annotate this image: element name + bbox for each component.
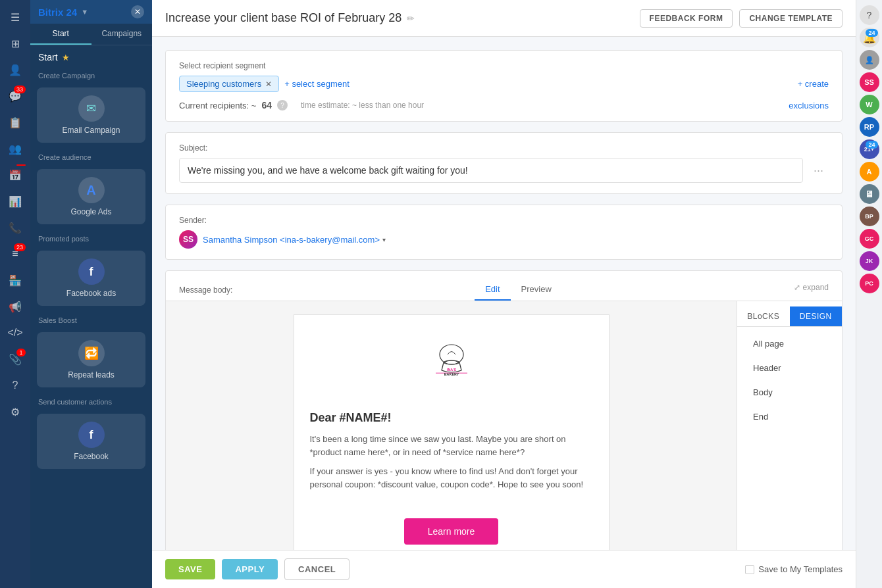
design-end[interactable]: End (742, 405, 837, 428)
page-title: Increase your client base ROI of Februar… (165, 11, 402, 25)
contacts-icon[interactable]: 👤 (3, 58, 27, 82)
marketing-icon[interactable]: 📢 (3, 295, 27, 318)
user-profile-avatar[interactable]: 👤 (860, 50, 879, 70)
email-campaign-card[interactable]: ✉ Email Campaign (37, 87, 145, 143)
avatar-gc[interactable]: GC (860, 229, 879, 249)
sender-row: SS Samantha Simpson <ina-s-bakery@mail.c… (179, 230, 829, 249)
design-header[interactable]: Header (742, 356, 837, 380)
expand-label: expand (803, 283, 829, 292)
settings-icon[interactable]: ⚙ (3, 400, 27, 424)
blocks-tab[interactable]: BLoCKS (737, 306, 790, 326)
email-body: Dear #NAME#! It's been a long time since… (294, 401, 609, 508)
expand-icon: ⤢ (794, 283, 800, 292)
email-logo: INA'S BAKERY (294, 315, 609, 401)
facebook-action-card[interactable]: f Facebook (37, 414, 145, 469)
menu-icon[interactable]: ☰ (3, 5, 27, 29)
subject-more-icon[interactable]: ··· (808, 161, 829, 180)
tab-preview[interactable]: Preview (511, 279, 562, 301)
avatar-ss[interactable]: SS (860, 72, 879, 92)
create-audience-section: Create audience (30, 147, 152, 165)
right-edge-panel: ? 🔔24 👤 SS W RP 21+24 A 🖥 BP GC JK PC (856, 0, 882, 588)
recipients-info-icon[interactable]: ? (277, 100, 288, 110)
message-header: Message body: Edit Preview ⤢ expand (166, 271, 842, 301)
email-para-2: If your answer is yes - you know where t… (310, 465, 593, 491)
facebook-action-icon: f (78, 422, 105, 448)
create-segment-link[interactable]: + create (798, 79, 829, 89)
calendar-icon[interactable]: 📅 (3, 163, 27, 187)
reports-icon[interactable]: 📊 (3, 189, 27, 213)
help-icon[interactable]: ? (3, 374, 27, 397)
apply-button[interactable]: APPLY (222, 559, 278, 579)
design-body[interactable]: Body (742, 381, 837, 404)
form-area: Select recipient segment Sleeping custom… (152, 37, 856, 550)
design-tab[interactable]: DESIGN (790, 306, 843, 326)
start-section-title: Start (38, 52, 58, 62)
tab-start[interactable]: Start (30, 24, 91, 45)
recipients-count: 64 (261, 100, 272, 110)
code-icon[interactable]: </> (3, 321, 27, 345)
exclusions-link[interactable]: exclusions (789, 101, 829, 110)
chat-badge: 33 (14, 86, 26, 93)
dashboard-icon[interactable]: ⊞ (3, 32, 27, 55)
files-icon[interactable]: 📎1 (3, 347, 27, 371)
design-panel-tabs: BLoCKS DESIGN (737, 306, 842, 327)
message-body-label: Message body: (179, 285, 232, 295)
cancel-button[interactable]: CANCEL (284, 558, 350, 580)
edit-title-icon[interactable]: ✏ (407, 13, 415, 24)
create-campaign-section: Create Campaign (30, 65, 152, 84)
sender-dropdown[interactable]: Samantha Simpson <ina-s-bakery@mail.com>… (203, 235, 386, 245)
facebook-ads-label: Facebook ads (66, 289, 116, 298)
svg-text:BAKERY: BAKERY (444, 372, 459, 376)
segment-label: Select recipient segment (179, 61, 829, 70)
sender-avatar: SS (179, 230, 197, 249)
list-badge: 23 (14, 243, 26, 251)
segment-remove-icon[interactable]: ✕ (265, 80, 272, 89)
add-segment-button[interactable]: + select segment (284, 79, 350, 89)
message-body-content: INA'S BAKERY Dear #NAME#! It's been a lo… (166, 301, 842, 550)
sidebar-close-button[interactable]: ✕ (131, 5, 144, 18)
help-edge-icon[interactable]: ? (860, 5, 879, 25)
change-template-button[interactable]: CHANGE TEMPLATE (739, 9, 843, 28)
sleeping-customers-tag[interactable]: Sleeping customers ✕ (179, 76, 279, 92)
notification-avatar[interactable]: 🔔24 (860, 28, 879, 47)
design-all-page[interactable]: All page (742, 332, 837, 355)
sender-name: Samantha Simpson <ina-s-bakery@mail.com> (203, 235, 380, 245)
email-preview: INA'S BAKERY Dear #NAME#! It's been a lo… (166, 301, 737, 550)
avatar-bp[interactable]: BP (860, 207, 879, 226)
email-cta-button[interactable]: Learn more (404, 518, 499, 545)
segment-row: Sleeping customers ✕ + select segment + … (179, 76, 829, 92)
expand-button[interactable]: ⤢ expand (794, 283, 829, 297)
tab-campaigns[interactable]: Campaigns (91, 24, 153, 45)
chat-icon[interactable]: 💬33 (3, 84, 27, 108)
segment-section: Select recipient segment Sleeping custom… (165, 50, 843, 122)
save-template-checkbox[interactable] (745, 565, 754, 574)
promoted-posts-section: Promoted posts (30, 228, 152, 247)
files-badge: 1 (16, 349, 26, 356)
avatar-rp[interactable]: RP (860, 117, 879, 137)
avatar-screen[interactable]: 🖥 (860, 184, 879, 204)
phone-icon[interactable]: 📞 (3, 216, 27, 239)
page-title-row: Increase your client base ROI of Februar… (165, 11, 415, 25)
avatar-w[interactable]: W (860, 95, 879, 114)
email-para-1: It's been a long time since we saw you l… (310, 433, 593, 458)
segment-tag-label: Sleeping customers (186, 79, 261, 89)
subject-input[interactable] (179, 158, 803, 183)
email-greeting: Dear #NAME#! (310, 411, 593, 425)
feedback-form-button[interactable]: FEEDBACK FORM (640, 9, 733, 28)
tasks-icon[interactable]: 📋 (3, 110, 27, 134)
avatar-a[interactable]: A (860, 162, 879, 182)
avatar-pc[interactable]: PC (860, 274, 879, 293)
repeat-leads-card[interactable]: 🔁 Repeat leads (37, 332, 145, 387)
google-ads-card[interactable]: A Google Ads (37, 169, 145, 224)
store-icon[interactable]: 🏪 (3, 268, 27, 292)
list-icon[interactable]: ≡23 (3, 242, 27, 266)
avatar-jk[interactable]: JK (860, 251, 879, 271)
crm-icon[interactable]: 👥 (3, 137, 27, 160)
main-header: Increase your client base ROI of Februar… (152, 0, 856, 37)
facebook-ads-card[interactable]: f Facebook ads (37, 251, 145, 306)
tab-edit[interactable]: Edit (475, 279, 510, 301)
avatar-group[interactable]: 21+24 (860, 139, 879, 159)
save-button[interactable]: SAVE (165, 559, 215, 579)
save-template-row: Save to My Templates (745, 564, 843, 574)
svg-point-1 (444, 360, 459, 364)
